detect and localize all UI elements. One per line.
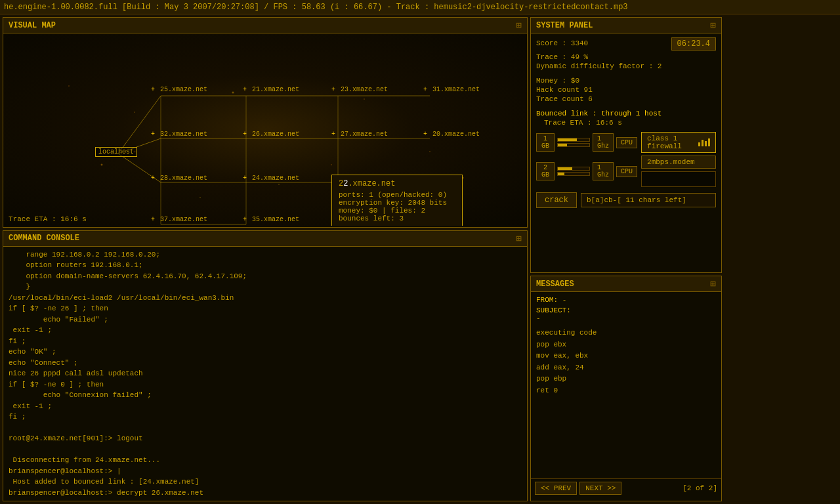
console-line-16	[9, 423, 522, 434]
node-24[interactable]: 24.xmaze.net	[243, 175, 299, 182]
node-32[interactable]: 32.xmaze.net	[151, 131, 207, 138]
console-line-13: echo "Connexion failed" ;	[9, 390, 522, 401]
console-line-15: fi ;	[9, 411, 522, 423]
subject-label: SUBJECT:	[536, 306, 571, 314]
mem2-bar-2	[557, 172, 590, 176]
mem1-bars	[557, 138, 590, 147]
trace-eta-overlay: Trace ETA : 16:6 s	[9, 215, 87, 223]
score-row: Score : 3340 06:23.4	[536, 37, 716, 51]
crack-button[interactable]: crack	[536, 192, 577, 208]
messages-content: FROM: - SUBJECT: - executing code pop eb…	[531, 292, 721, 478]
console-line-17: root@24.xmaze.net[901]:> logout	[9, 433, 522, 444]
console-content[interactable]: range 192.168.0.2 192.168.0.20; option r…	[3, 247, 527, 500]
console-line-5: if [ $? -ne 26 ] ; then	[9, 303, 522, 314]
subject-value-row: -	[536, 314, 716, 322]
node-23[interactable]: 23.xmaze.net	[331, 86, 388, 93]
tooltip-money: money: $0 | files: 2	[339, 207, 455, 215]
hw-dark-box	[641, 171, 716, 187]
system-content: Score : 3340 06:23.4 Trace : 49 % Dynami…	[531, 33, 721, 271]
code-line-4: pop ebp	[536, 373, 716, 385]
mem1-label: 1GB	[536, 133, 555, 152]
tooltip-bounces: bounces left: 3	[339, 215, 455, 222]
hw-firewall-container: class 1 firewall	[641, 132, 716, 153]
console-corner-icon: ⊞	[516, 233, 522, 244]
hw-dark-box-wrapper	[641, 171, 716, 187]
node-25[interactable]: 25.xmaze.net	[151, 86, 207, 93]
prev-button[interactable]: << PREV	[535, 482, 577, 495]
hw-unit-2: 2GB 1 Ghz CPU	[536, 162, 637, 180]
node-27-label: 27.xmaze.net	[341, 131, 388, 138]
mem1-fill-1	[558, 138, 577, 141]
console-line-8: fi ;	[9, 336, 522, 347]
difficulty-label: Dynamic difficulty factor : 2	[536, 62, 662, 70]
console-line-3: }	[9, 282, 522, 293]
fw-bar-2	[702, 140, 704, 146]
trace-count-label: Trace count 6	[536, 95, 593, 103]
node-35[interactable]: 35.xmaze.net	[243, 216, 299, 223]
main-layout: VISUAL MAP ⊞	[0, 14, 840, 504]
node-tooltip: 22.xmaze.net ports: 1 (open/hacked: 0) e…	[331, 175, 463, 226]
bottom-controls: crack	[536, 192, 716, 208]
money-row: Money : $0	[536, 77, 716, 85]
command-console-title: COMMAND CONSOLE	[9, 234, 79, 243]
left-column: VISUAL MAP ⊞	[3, 17, 528, 501]
tooltip-encryption: encryption key: 2048 bits	[339, 199, 455, 207]
localhost-node[interactable]: localhost	[95, 147, 137, 157]
cpu2-label: CPU	[616, 166, 637, 177]
mem2-fill-1	[558, 167, 572, 170]
messages-header: MESSAGES ⊞	[531, 276, 721, 292]
crack-input[interactable]	[581, 193, 716, 207]
mem2-label: 2GB	[536, 162, 555, 180]
firewall-label: class 1 firewall	[647, 135, 696, 150]
trace-label: Trace : 49 %	[536, 53, 588, 61]
tooltip-ports: ports: 1 (open/hacked: 0)	[339, 191, 455, 199]
fw-bar-3	[705, 141, 707, 146]
command-console-panel: COMMAND CONSOLE ⊞ range 192.168.0.2 192.…	[3, 230, 528, 502]
trace-eta-text: Trace ETA : 16:6 s	[9, 215, 87, 223]
hack-count-label: Hack count 91	[536, 86, 593, 94]
mem1-bar-1	[557, 138, 590, 142]
console-line-14: exit -1 ;	[9, 401, 522, 412]
node-31[interactable]: 31.xmaze.net	[423, 86, 480, 93]
node-32-label: 32.xmaze.net	[160, 131, 207, 138]
code-line-5: ret 0	[536, 385, 716, 397]
system-panel: SYSTEM PANEL ⊞ Score : 3340 06:23.4 Trac…	[530, 17, 722, 273]
next-button[interactable]: NEXT >>	[579, 482, 621, 495]
console-line-1: option routers 192.168.0.1;	[9, 260, 522, 271]
trace-count-row: Trace count 6	[536, 95, 716, 103]
cpu1-speed: 1 Ghz	[593, 133, 614, 152]
tooltip-title: 22.xmaze.net	[339, 179, 455, 188]
bounced-label: Bounced link : through 1 host	[536, 110, 662, 117]
visual-map-title: VISUAL MAP	[9, 21, 56, 30]
console-line-22: brianspencer@localhost:> decrypt 26.xmaz…	[9, 488, 522, 499]
node-21[interactable]: 21.xmaze.net	[243, 86, 299, 93]
console-line-11: nice 26 pppd call adsl updetach	[9, 368, 522, 379]
timer-button[interactable]: 06:23.4	[671, 37, 716, 51]
svg-line-0	[118, 96, 161, 154]
cpu2-speed: 1 Ghz	[593, 162, 614, 180]
trace-eta-row: Trace ETA : 16:6 s	[536, 119, 716, 127]
system-corner-icon: ⊞	[711, 20, 716, 31]
node-37-label: 37.xmaze.net	[160, 216, 207, 223]
trace-row: Trace : 49 %	[536, 53, 716, 61]
score-label: Score : 3340	[536, 39, 588, 47]
localhost-label: localhost	[98, 148, 134, 156]
code-block: executing code pop ebx mov eax, ebx add …	[536, 327, 716, 397]
modem-display: 2mbps.modem	[641, 156, 716, 169]
console-line-0: range 192.168.0.2 192.168.0.20;	[9, 249, 522, 261]
node-21-label: 21.xmaze.net	[252, 86, 299, 93]
console-line-19: Disconnecting from 24.xmaze.net...	[9, 455, 522, 466]
fw-bar-4	[708, 138, 710, 146]
node-37[interactable]: 37.xmaze.net	[151, 216, 207, 223]
node-28[interactable]: 28.xmaze.net	[151, 175, 207, 182]
node-20[interactable]: 20.xmaze.net	[423, 131, 480, 138]
node-26[interactable]: 26.xmaze.net	[243, 131, 299, 138]
trace-eta-sys-label: Trace ETA : 16:6 s	[544, 119, 622, 127]
hack-count-row: Hack count 91	[536, 86, 716, 94]
command-console-header: COMMAND CONSOLE ⊞	[3, 231, 527, 247]
console-line-2: option domain-name-servers 62.4.16.70, 6…	[9, 271, 522, 282]
page-count: [2 of 2]	[682, 484, 717, 492]
firewall-display: class 1 firewall	[641, 132, 716, 153]
node-27[interactable]: 27.xmaze.net	[331, 131, 388, 138]
console-line-20: brianspencer@localhost:> |	[9, 466, 522, 477]
